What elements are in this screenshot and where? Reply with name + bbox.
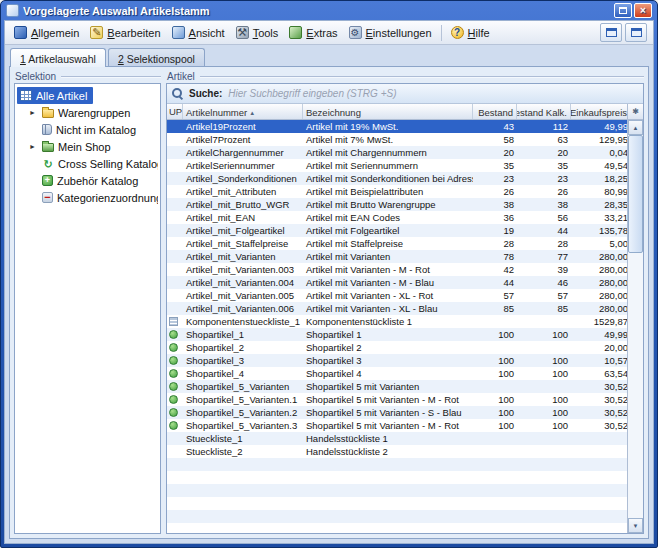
cell-up [167, 120, 183, 133]
detach-window-button[interactable] [600, 23, 622, 42]
table-row[interactable]: Shopartikel_4Shopartikel 410010063,5472, [167, 367, 627, 380]
titlebar[interactable]: Vorgelagerte Auswahl Artikelstamm × [4, 1, 654, 20]
column-header-bezeichnung[interactable]: Bezeichnung [303, 104, 473, 119]
selection-panel: Selektion Alle Artikel►WarengruppenNicht… [14, 70, 161, 534]
table-row[interactable]: Artikel19ProzentArtikel mit 19% MwSt.431… [167, 120, 627, 133]
table-row[interactable]: Artikel_mit_Varianten.003Artikel mit Var… [167, 263, 627, 276]
cell-artikelnummer [183, 471, 303, 484]
maximize-button[interactable] [614, 3, 632, 18]
expand-icon[interactable]: ► [29, 142, 38, 151]
tree-item-warengruppen[interactable]: ►Warengruppen [17, 104, 158, 121]
extras-icon [289, 26, 302, 39]
edit-icon: ✎ [90, 26, 103, 39]
scrollbar-track[interactable] [628, 135, 643, 518]
table-row[interactable] [167, 523, 627, 533]
table-row[interactable]: Artikel_mit_Brutto_WGRArtikel mit Brutto… [167, 198, 627, 211]
cell-up [167, 406, 183, 419]
menu-item-ansicht[interactable]: Ansicht [167, 24, 230, 41]
cell-artikelnummer: Stueckliste_1 [183, 432, 303, 445]
scrollbar-thumb[interactable] [628, 135, 643, 253]
table-row[interactable]: Shopartikel_5_Varianten.3Shopartikel 5 m… [167, 419, 627, 432]
shop-icon [169, 343, 178, 352]
tab-2-selektionspool[interactable]: 2 Selektionspool [108, 48, 205, 67]
menu-item-allgemein[interactable]: Allgemein [9, 24, 84, 41]
cell-bestand [473, 341, 517, 354]
column-header-up[interactable]: UP [167, 104, 183, 119]
table-row[interactable]: Stueckliste_2Handelsstückliste 2229 [167, 445, 627, 458]
table-row[interactable]: Artikel_mit_EANArtikel mit EAN Codes3656… [167, 211, 627, 224]
shop-icon [169, 330, 178, 339]
cell-bestand: 44 [473, 276, 517, 289]
menu-item-label: Hilfe [468, 27, 490, 39]
menu-item-extras[interactable]: Extras [284, 24, 342, 41]
table-row[interactable]: Artikel_mit_VariantenArtikel mit Variant… [167, 250, 627, 263]
search-bar[interactable]: Suche: Hier Suchbegriff eingeben (STRG +… [167, 84, 643, 104]
table-row[interactable]: Artikel_mit_FolgeartikelArtikel mit Folg… [167, 224, 627, 237]
menu-item-bearbeiten[interactable]: ✎Bearbeiten [85, 24, 165, 41]
cell-einkaufspreis [571, 510, 627, 523]
tree-item-cross-selling-katalog[interactable]: ↻Cross Selling Katalog [17, 155, 158, 172]
scroll-down-button[interactable]: ▼ [628, 518, 643, 533]
table-row[interactable]: Shopartikel_5_Varianten.1Shopartikel 5 m… [167, 393, 627, 406]
search-input[interactable]: Hier Suchbegriff eingeben (STRG +S) [228, 88, 396, 99]
table-row[interactable]: Artikel_mit_Varianten.006Artikel mit Var… [167, 302, 627, 315]
tab-1-artikelauswahl[interactable]: 1 Artikelauswahl [10, 48, 106, 67]
table-row[interactable]: Artikel_mit_Varianten.005Artikel mit Var… [167, 289, 627, 302]
cell-bestand [473, 458, 517, 471]
table-row[interactable]: ArtikelSeriennummerArtikel mit Seriennum… [167, 159, 627, 172]
table-row[interactable]: Artikel_SonderkonditionenArtikel mit Son… [167, 172, 627, 185]
table-row[interactable] [167, 458, 627, 471]
close-view-button[interactable] [625, 23, 647, 42]
table-row[interactable] [167, 510, 627, 523]
expand-icon[interactable]: ► [29, 108, 38, 117]
vertical-scrollbar[interactable]: ✱ ▲ ▼ [627, 104, 643, 533]
cell-bestand-kalk: 46 [517, 276, 571, 289]
tree-item-zubehör-katalog[interactable]: +Zubehör Katalog [17, 172, 158, 189]
menu-item-tools[interactable]: ⚒Tools [231, 24, 284, 41]
cell-einkaufspreis: 10,57 [571, 354, 627, 367]
tree-item-mein-shop[interactable]: ►Mein Shop [17, 138, 158, 155]
table-row[interactable]: Shopartikel_5_Varianten.2Shopartikel 5 m… [167, 406, 627, 419]
table-row[interactable]: Shopartikel_1Shopartikel 110010049,9984, [167, 328, 627, 341]
table-row[interactable]: Artikel_mit_Varianten.004Artikel mit Var… [167, 276, 627, 289]
cell-bezeichnung: Artikel mit Sonderkonditionen bei Adress… [303, 172, 473, 185]
table-row[interactable]: Shopartikel_2Shopartikel 220,0025, [167, 341, 627, 354]
cell-bestand-kalk [517, 471, 571, 484]
column-chooser-button[interactable]: ✱ [628, 104, 643, 120]
cell-einkaufspreis [571, 445, 627, 458]
table-row[interactable]: Komponentenstueckliste_1Komponentenstück… [167, 315, 627, 328]
column-header-einkaufspreis[interactable]: Einkaufspreis [571, 104, 631, 119]
cell-einkaufspreis: 30,52 [571, 419, 627, 432]
table-row[interactable]: Shopartikel_5_VariantenShopartikel 5 mit… [167, 380, 627, 393]
tree-item-nicht-im-katalog[interactable]: Nicht im Katalog [17, 121, 158, 138]
cell-up [167, 250, 183, 263]
cell-bezeichnung: Artikel mit Folgeartikel [303, 224, 473, 237]
table-row[interactable] [167, 497, 627, 510]
column-header-bestand-kalk[interactable]: Bestand Kalk. [517, 104, 571, 119]
table-row[interactable]: Artikel_mit_AttributenArtikel mit Beispi… [167, 185, 627, 198]
column-header-artikelnummer[interactable]: Artikelnummer▲ [183, 104, 303, 119]
table-row[interactable] [167, 484, 627, 497]
table-row[interactable] [167, 471, 627, 484]
cell-artikelnummer: Artikel_mit_Varianten.003 [183, 263, 303, 276]
table-row[interactable]: Shopartikel_3Shopartikel 310010010,5721, [167, 354, 627, 367]
tree-item-kategorienzuordnung-entfernen[interactable]: −Kategorienzuordnung entfernen [17, 189, 158, 206]
table-row[interactable]: Stueckliste_1Handelsstückliste 1184 [167, 432, 627, 445]
menu-separator [441, 25, 442, 41]
table-row[interactable]: Artikel7ProzentArtikel mit 7% MwSt.58631… [167, 133, 627, 146]
cell-bestand [473, 510, 517, 523]
cell-artikelnummer: Shopartikel_5_Varianten.3 [183, 419, 303, 432]
scroll-up-button[interactable]: ▲ [628, 120, 643, 135]
close-button[interactable]: × [634, 3, 652, 18]
table-row[interactable]: ArtikelChargennummerArtikel mit Chargenn… [167, 146, 627, 159]
cell-einkaufspreis: 1529,87 [571, 315, 627, 328]
table-row[interactable]: Artikel_mit_StaffelpreiseArtikel mit Sta… [167, 237, 627, 250]
folder-icon [42, 109, 54, 118]
tree-item-alle-artikel[interactable]: Alle Artikel [17, 87, 93, 104]
menu-item-label: Tools [253, 27, 279, 39]
column-header-bestand[interactable]: Bestand [473, 104, 517, 119]
menu-item-hilfe[interactable]: ?Hilfe [446, 24, 495, 41]
cell-bestand [473, 497, 517, 510]
cell-bezeichnung: Artikel mit Varianten - M - Blau [303, 276, 473, 289]
menu-item-einstellungen[interactable]: ⚙Einstellungen [344, 24, 437, 41]
